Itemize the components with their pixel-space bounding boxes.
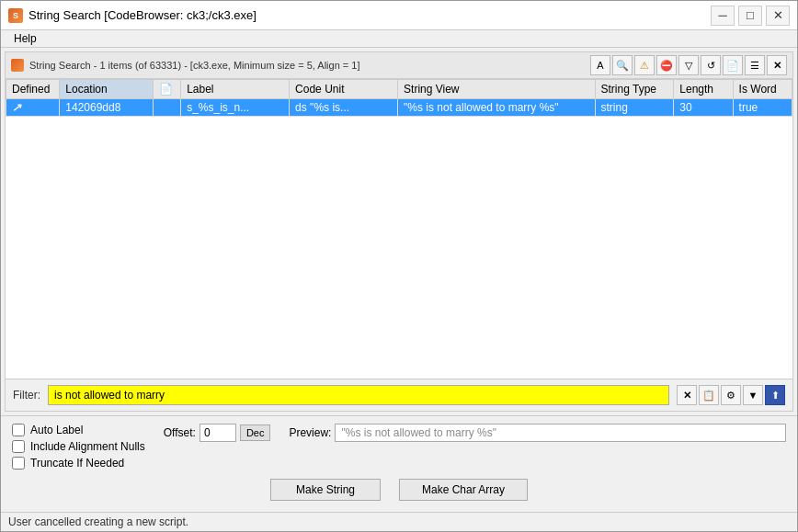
panel-toolbar: A 🔍 ⚠ ⛔ ▽ ↺ 📄 ☰ ✕ [590, 55, 787, 75]
offset-label: Offset: [164, 426, 196, 439]
cell-is-word: true [733, 99, 792, 117]
filter-label: Filter: [13, 389, 40, 402]
results-table: Defined Location 📄 Label Code Unit Strin… [6, 79, 792, 117]
truncate-input[interactable] [12, 457, 25, 470]
auto-label-checkbox[interactable]: Auto Label [12, 424, 145, 436]
filter-settings-btn[interactable]: ⚙ [721, 385, 741, 405]
tool-export-btn[interactable]: 📄 [723, 55, 743, 75]
col-file-icon[interactable]: 📄 [154, 80, 181, 99]
tool-search-btn[interactable]: 🔍 [612, 55, 633, 75]
app-icon: S [8, 8, 23, 23]
preview-label: Preview: [289, 426, 331, 439]
options-row: Auto Label Include Alignment Nulls Trunc… [12, 424, 786, 470]
main-window: S String Search [CodeBrowser: ck3;/ck3.e… [0, 0, 798, 532]
col-is-word[interactable]: Is Word [733, 80, 792, 99]
status-text: User cancelled creating a new script. [8, 515, 188, 528]
auto-label-input[interactable] [12, 424, 25, 436]
title-bar: S String Search [CodeBrowser: ck3;/ck3.e… [1, 1, 797, 30]
col-string-type[interactable]: String Type [595, 80, 674, 99]
menu-bar: Help [1, 30, 797, 48]
preview-group: Preview: [289, 424, 786, 442]
filter-copy-btn[interactable]: 📋 [699, 385, 719, 405]
action-buttons: Make String Make Char Array [12, 475, 786, 504]
col-length[interactable]: Length [674, 80, 733, 99]
tool-warning-btn[interactable]: ⚠ [634, 55, 655, 75]
window-title: String Search [CodeBrowser: ck3;/ck3.exe… [28, 8, 711, 22]
panel-title: String Search - 1 items (of 63331) - [ck… [29, 60, 585, 71]
minimize-button[interactable]: ─ [711, 6, 735, 26]
cell-code-unit: ds "%s is... [290, 99, 398, 117]
panel-header: String Search - 1 items (of 63331) - [ck… [6, 52, 792, 79]
window-controls: ─ □ ✕ [711, 6, 790, 26]
table-row[interactable]: ↗ 142069dd8 s_%s_is_n... ds "%s is... "%… [6, 99, 792, 117]
bottom-section: Auto Label Include Alignment Nulls Trunc… [1, 415, 797, 512]
checkboxes-group: Auto Label Include Alignment Nulls Trunc… [12, 424, 145, 470]
auto-label-text: Auto Label [30, 424, 83, 436]
main-panel: String Search - 1 items (of 63331) - [ck… [5, 51, 793, 412]
panel-icon [11, 59, 24, 72]
close-button[interactable]: ✕ [766, 6, 790, 26]
dec-button[interactable]: Dec [240, 424, 271, 441]
col-string-view[interactable]: String View [398, 80, 595, 99]
menu-help[interactable]: Help [8, 30, 42, 47]
make-char-array-button[interactable]: Make Char Array [399, 479, 528, 501]
status-bar: User cancelled creating a new script. [1, 512, 797, 531]
cell-location: 142069dd8 [60, 99, 154, 117]
cell-label: s_%s_is_n... [181, 99, 290, 117]
tool-font-btn[interactable]: A [590, 55, 610, 75]
filter-bar: Filter: ✕ 📋 ⚙ ▼ ⬆ [6, 379, 792, 411]
tool-error-btn[interactable]: ⛔ [656, 55, 677, 75]
col-code-unit[interactable]: Code Unit [290, 80, 398, 99]
filter-toolbar: ✕ 📋 ⚙ ▼ ⬆ [677, 385, 785, 405]
col-defined[interactable]: Defined [6, 80, 60, 99]
offset-group: Offset: Dec [164, 424, 271, 442]
col-label[interactable]: Label [181, 80, 290, 99]
cell-string-view: "%s is not allowed to marry %s" [398, 99, 595, 117]
include-alignment-input[interactable] [12, 440, 25, 453]
filter-input[interactable] [48, 385, 669, 405]
cell-length: 30 [674, 99, 733, 117]
include-alignment-checkbox[interactable]: Include Alignment Nulls [12, 440, 145, 453]
col-location[interactable]: Location [60, 80, 154, 99]
make-string-button[interactable]: Make String [270, 479, 381, 501]
include-alignment-text: Include Alignment Nulls [30, 440, 145, 453]
filter-clear-btn[interactable]: ✕ [677, 385, 697, 405]
tool-filter-btn[interactable]: ▽ [678, 55, 699, 75]
truncate-text: Truncate If Needed [30, 457, 124, 470]
filter-dropdown-btn[interactable]: ▼ [743, 385, 763, 405]
filter-apply-btn[interactable]: ⬆ [765, 385, 785, 405]
results-table-container[interactable]: Defined Location 📄 Label Code Unit Strin… [6, 79, 792, 379]
cell-string-type: string [595, 99, 674, 117]
tool-close-panel-btn[interactable]: ✕ [767, 55, 787, 75]
truncate-checkbox[interactable]: Truncate If Needed [12, 457, 145, 470]
maximize-button[interactable]: □ [738, 6, 762, 26]
preview-input[interactable] [335, 424, 786, 442]
tool-list-btn[interactable]: ☰ [745, 55, 765, 75]
offset-input[interactable] [200, 424, 236, 442]
cell-defined: ↗ [6, 99, 60, 117]
cell-file [154, 99, 181, 117]
tool-refresh-btn[interactable]: ↺ [701, 55, 721, 75]
